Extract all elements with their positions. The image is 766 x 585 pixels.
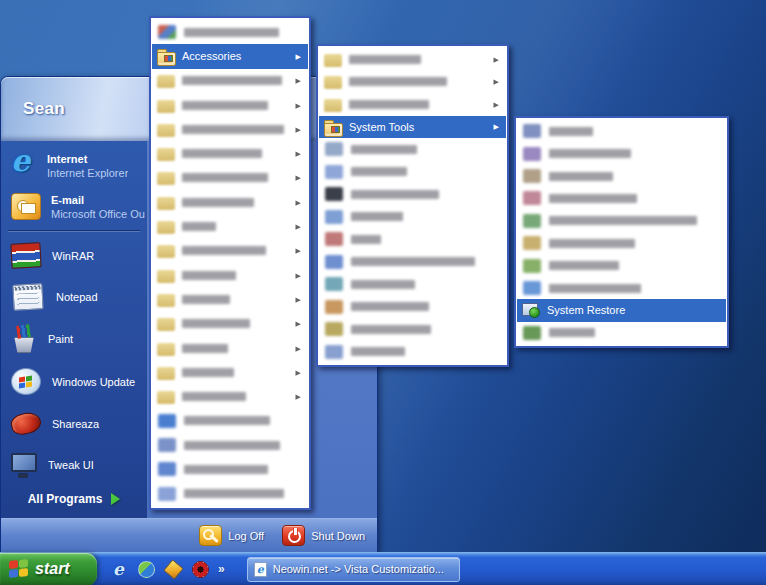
menu-item[interactable]: ▶: [152, 93, 308, 117]
menu-item[interactable]: ▶: [152, 69, 308, 93]
quick-launch-bar: [111, 561, 209, 578]
taskbar-window-title: Neowin.net -> Vista Customizatio...: [273, 563, 444, 575]
program-item-label: Paint: [48, 333, 73, 345]
redacted-label: [549, 328, 595, 337]
menu-item[interactable]: System Restore: [517, 299, 726, 321]
pinned-item-title: Internet: [47, 153, 128, 165]
menu-item[interactable]: [517, 277, 726, 299]
blurred-app-icon: [523, 236, 541, 250]
program-item[interactable]: Shareaza: [1, 403, 147, 444]
menu-item[interactable]: [152, 457, 308, 481]
all-programs-button[interactable]: All Programs: [4, 486, 144, 512]
menu-item[interactable]: ▶: [152, 141, 308, 165]
pinned-item[interactable]: InternetInternet Explorer: [1, 146, 147, 186]
redacted-label: [549, 239, 635, 248]
menu-item[interactable]: [517, 254, 726, 276]
menu-item[interactable]: [517, 322, 726, 344]
yellow-app-quick-launch-icon[interactable]: [163, 559, 183, 579]
submenu-arrow-icon: ▶: [296, 102, 301, 109]
menu-item[interactable]: [152, 20, 308, 44]
menu-item[interactable]: System Tools▶: [319, 116, 506, 139]
start-button[interactable]: start: [0, 553, 97, 585]
program-item[interactable]: WinRAR: [1, 235, 147, 276]
menu-item[interactable]: ▶: [152, 384, 308, 408]
blurred-folder-icon: [157, 221, 175, 234]
blurred-folder-icon: [157, 172, 175, 185]
taskbar-window-button[interactable]: Neowin.net -> Vista Customizatio...: [247, 557, 460, 582]
blurred-app-icon: [523, 147, 541, 161]
shut-down-button[interactable]: Shut Down: [282, 525, 365, 546]
menu-item[interactable]: ▶: [152, 287, 308, 311]
menu-item[interactable]: Accessories▶: [152, 44, 308, 68]
menu-item[interactable]: [319, 183, 506, 206]
menu-item[interactable]: [152, 482, 308, 506]
program-item-label: Shareaza: [52, 418, 99, 430]
blurred-folder-icon: [157, 367, 175, 380]
menu-item[interactable]: [152, 433, 308, 457]
menu-item[interactable]: ▶: [152, 312, 308, 336]
folder-icon: [157, 49, 175, 65]
menu-item[interactable]: [319, 251, 506, 274]
menu-item[interactable]: ▶: [152, 239, 308, 263]
redacted-label: [351, 212, 403, 221]
menu-item[interactable]: ▶: [319, 48, 506, 71]
log-off-label: Log Off: [228, 530, 264, 542]
menu-item[interactable]: ▶: [152, 214, 308, 238]
program-item[interactable]: Windows Update: [1, 360, 147, 403]
menu-item[interactable]: [517, 142, 726, 164]
blurred-app-icon: [523, 281, 541, 295]
blurred-folder-icon: [157, 245, 175, 258]
log-off-button[interactable]: Log Off: [199, 525, 264, 546]
menu-item[interactable]: [517, 165, 726, 187]
redacted-label: [182, 125, 284, 134]
redacted-label: [184, 489, 284, 498]
blurred-app-icon: [523, 326, 541, 340]
internet-explorer-page-icon: [254, 562, 267, 577]
folder-window-tiles: [331, 126, 340, 133]
quick-launch-overflow-chevron-icon[interactable]: »: [218, 562, 225, 576]
menu-item[interactable]: [517, 232, 726, 254]
menu-item[interactable]: [319, 273, 506, 296]
menu-item[interactable]: ▶: [152, 263, 308, 287]
menu-item[interactable]: ▶: [319, 71, 506, 94]
red-app-quick-launch-icon[interactable]: [192, 561, 209, 578]
menu-item[interactable]: [152, 409, 308, 433]
menu-item[interactable]: [319, 138, 506, 161]
ie-quick-launch-icon[interactable]: [111, 561, 128, 578]
menu-item[interactable]: ▶: [152, 117, 308, 141]
program-item[interactable]: Notepad: [1, 276, 147, 318]
menu-item[interactable]: [319, 206, 506, 229]
redacted-label: [182, 271, 236, 280]
menu-item[interactable]: ▶: [152, 166, 308, 190]
menu-item-label: System Restore: [547, 304, 625, 316]
menu-item[interactable]: [319, 161, 506, 184]
menu-item[interactable]: ▶: [319, 93, 506, 116]
menu-item[interactable]: [517, 210, 726, 232]
menu-item[interactable]: ▶: [152, 336, 308, 360]
messenger-quick-launch-icon[interactable]: [138, 561, 155, 578]
redacted-label: [351, 190, 439, 199]
program-item[interactable]: Paint: [1, 318, 147, 360]
redacted-label: [549, 261, 619, 270]
program-item[interactable]: Tweak UI: [1, 444, 147, 486]
submenu-arrow-icon: ▶: [494, 101, 499, 108]
accessories-submenu: ▶▶▶System Tools▶: [316, 44, 509, 367]
menu-item[interactable]: [319, 228, 506, 251]
blurred-folder-icon: [157, 391, 175, 404]
menu-item[interactable]: [319, 341, 506, 364]
blurred-app-icon: [158, 462, 176, 476]
redacted-label: [182, 368, 234, 377]
submenu-arrow-icon: ▶: [494, 123, 499, 130]
menu-item[interactable]: [517, 187, 726, 209]
menu-item[interactable]: [517, 120, 726, 142]
menu-item[interactable]: ▶: [152, 360, 308, 384]
taskbar: start » Neowin.net -> Vista Customizatio…: [0, 552, 766, 585]
redacted-label: [182, 222, 216, 231]
menu-item[interactable]: [319, 318, 506, 341]
menu-item[interactable]: [319, 296, 506, 319]
pinned-item-text: E-mailMicrosoft Office Outl: [51, 194, 145, 220]
blurred-folder-icon: [157, 100, 175, 113]
pinned-item[interactable]: E-mailMicrosoft Office Outl: [1, 186, 147, 227]
program-item-label: Notepad: [56, 291, 98, 303]
menu-item[interactable]: ▶: [152, 190, 308, 214]
